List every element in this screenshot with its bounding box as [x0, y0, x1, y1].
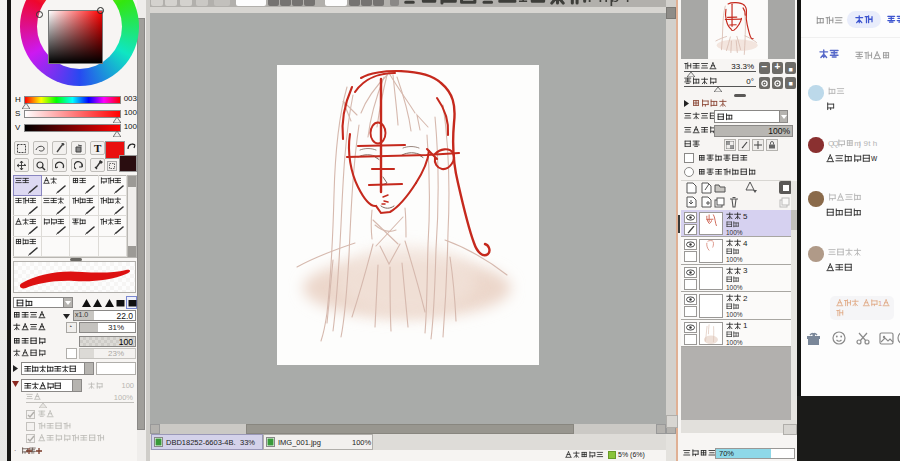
svg-text:.: . — [587, 0, 592, 6]
svg-text:1: 1 — [517, 0, 528, 6]
svg-text:1: 1 — [878, 299, 882, 308]
svg-text:4: 4 — [620, 0, 631, 6]
svg-text:j: j — [858, 139, 861, 148]
svg-text:V: V — [15, 123, 21, 132]
svg-text:t: t — [868, 139, 871, 148]
svg-text:p: p — [609, 0, 620, 6]
svg-text:H: H — [15, 95, 21, 104]
svg-text:w: w — [870, 153, 878, 163]
svg-text:·: · — [14, 447, 16, 454]
svg-text:h: h — [873, 139, 877, 148]
svg-text:S: S — [15, 109, 20, 118]
svg-text:Q: Q — [833, 139, 839, 148]
